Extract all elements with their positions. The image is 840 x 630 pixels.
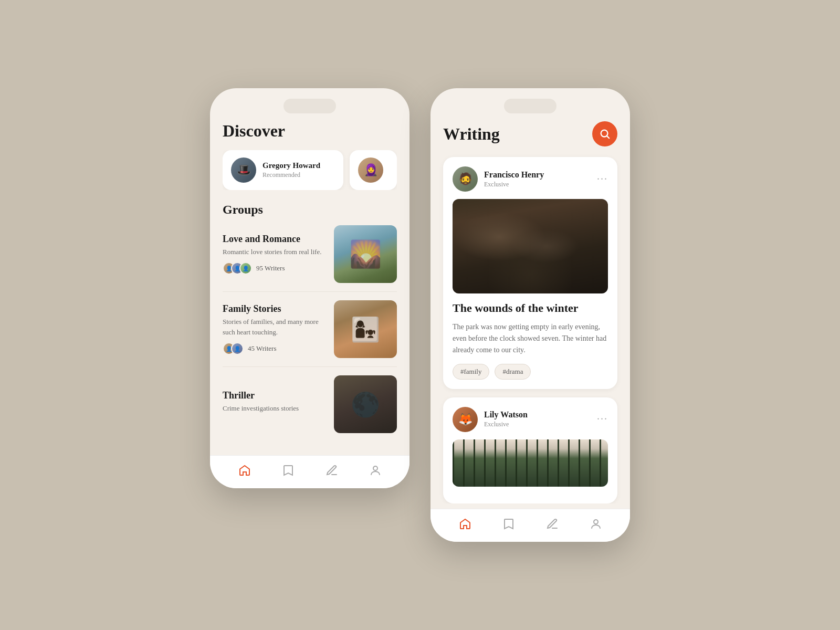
- tag-family[interactable]: #family: [453, 364, 489, 380]
- featured-authors-row: 🎩 Gregory Howard Recommended 🧕 Da Po: [223, 150, 397, 190]
- card-header-francisco: 🧔 Francisco Henry Exclusive ···: [453, 166, 608, 192]
- nav-write-right[interactable]: [546, 518, 559, 533]
- writing-content: Writing 🧔 Francisco Henr: [430, 121, 630, 503]
- writing-nav: [430, 509, 630, 542]
- group-desc-thriller: Crime investigations stories: [223, 403, 326, 414]
- writing-phone: Writing 🧔 Francisco Henr: [430, 88, 630, 542]
- writers-avatars-romance: 👤 👤 👤: [223, 262, 252, 275]
- home-icon-left: [238, 464, 251, 477]
- writers-count-romance: 95 Writers: [256, 264, 285, 272]
- author-name-francisco: Francisco Henry: [484, 170, 544, 180]
- card-image-lily: [453, 439, 608, 487]
- profile-icon-right: [590, 518, 602, 530]
- pen-icon-left: [326, 464, 338, 477]
- group-writers-romance: 👤 👤 👤 95 Writers: [223, 262, 326, 275]
- mini-avatar-3: 👤: [239, 262, 252, 275]
- author-card-gregory[interactable]: 🎩 Gregory Howard Recommended: [223, 150, 343, 190]
- svg-point-0: [373, 466, 377, 470]
- group-item-thriller[interactable]: Thriller Crime investigations stories: [223, 375, 397, 442]
- discover-nav: [210, 455, 410, 488]
- story-title-francisco: The wounds of the winter: [453, 301, 608, 316]
- author-tag-gregory: Recommended: [262, 171, 320, 179]
- group-image-family: [334, 300, 397, 358]
- avatar-francisco: 🧔: [453, 166, 478, 192]
- nav-bookmark-left[interactable]: [282, 464, 295, 480]
- svg-point-2: [594, 520, 598, 524]
- search-button[interactable]: [592, 121, 617, 146]
- group-item-family[interactable]: Family Stories Stories of families, and …: [223, 300, 397, 367]
- home-icon-right: [459, 518, 471, 530]
- more-options-francisco[interactable]: ···: [597, 173, 608, 185]
- nav-profile-right[interactable]: [590, 518, 602, 533]
- nav-home-left[interactable]: [238, 464, 251, 480]
- more-options-lily[interactable]: ···: [597, 413, 608, 425]
- nav-profile-left[interactable]: [369, 464, 382, 480]
- search-icon: [599, 128, 611, 140]
- group-name-romance: Love and Romance: [223, 234, 326, 245]
- writing-card-lily[interactable]: 🦊 Lily Watson Exclusive ···: [443, 397, 617, 503]
- pen-icon-right: [546, 518, 559, 530]
- story-excerpt-francisco: The park was now getting empty in early …: [453, 321, 608, 356]
- group-desc-romance: Romantic love stories from real life.: [223, 247, 326, 257]
- painting-winter-art: [453, 199, 608, 293]
- group-name-family: Family Stories: [223, 303, 326, 314]
- writing-title: Writing: [443, 124, 500, 144]
- group-desc-family: Stories of families, and many more such …: [223, 317, 326, 337]
- nav-write-left[interactable]: [326, 464, 338, 480]
- group-item-romance[interactable]: Love and Romance Romantic love stories f…: [223, 225, 397, 292]
- author-name-gregory: Gregory Howard: [262, 161, 320, 170]
- group-info-romance: Love and Romance Romantic love stories f…: [223, 234, 334, 275]
- group-name-thriller: Thriller: [223, 390, 326, 401]
- profile-icon-left: [369, 464, 382, 477]
- bookmark-icon-right: [502, 518, 515, 530]
- group-info-family: Family Stories Stories of families, and …: [223, 303, 334, 355]
- avatar-gregory: 🎩: [231, 158, 256, 183]
- card-image-francisco: [453, 199, 608, 293]
- author-tag-lily: Exclusive: [484, 421, 528, 428]
- painting-forest-art: [453, 439, 608, 487]
- tag-drama[interactable]: #drama: [495, 364, 531, 380]
- card-author-francisco: 🧔 Francisco Henry Exclusive: [453, 166, 544, 192]
- bookmark-icon-left: [282, 464, 295, 477]
- group-image-romance: [334, 225, 397, 283]
- author-tag-francisco: Exclusive: [484, 181, 544, 188]
- writers-avatars-family: 👤 👤: [223, 342, 244, 355]
- author-text-lily: Lily Watson Exclusive: [484, 410, 528, 428]
- writers-count-family: 45 Writers: [248, 344, 276, 353]
- author-info-gregory: Gregory Howard Recommended: [262, 161, 320, 179]
- group-writers-family: 👤 👤 45 Writers: [223, 342, 326, 355]
- writing-card-francisco[interactable]: 🧔 Francisco Henry Exclusive ··· The woun…: [443, 157, 617, 389]
- phone-notch-left: [284, 99, 336, 113]
- mini-avatar-f2: 👤: [231, 342, 244, 355]
- writing-header: Writing: [443, 121, 617, 146]
- nav-bookmark-right[interactable]: [502, 518, 515, 533]
- discover-content: Discover 🎩 Gregory Howard Recommended: [210, 121, 410, 450]
- avatar-lily: 🦊: [453, 407, 478, 432]
- groups-title: Groups: [223, 203, 397, 217]
- author-name-lily: Lily Watson: [484, 410, 528, 419]
- group-info-thriller: Thriller Crime investigations stories: [223, 390, 334, 419]
- author-card-da[interactable]: 🧕 Da Po: [350, 150, 397, 190]
- nav-home-right[interactable]: [459, 518, 471, 533]
- discover-title: Discover: [223, 121, 397, 141]
- avatar-da: 🧕: [358, 158, 383, 183]
- discover-phone: Discover 🎩 Gregory Howard Recommended: [210, 88, 410, 488]
- card-author-lily: 🦊 Lily Watson Exclusive: [453, 407, 528, 432]
- card-header-lily: 🦊 Lily Watson Exclusive ···: [453, 407, 608, 432]
- author-text-francisco: Francisco Henry Exclusive: [484, 170, 544, 188]
- story-tags-francisco: #family #drama: [453, 364, 608, 380]
- phone-notch-right: [504, 99, 556, 113]
- group-image-thriller: [334, 375, 397, 433]
